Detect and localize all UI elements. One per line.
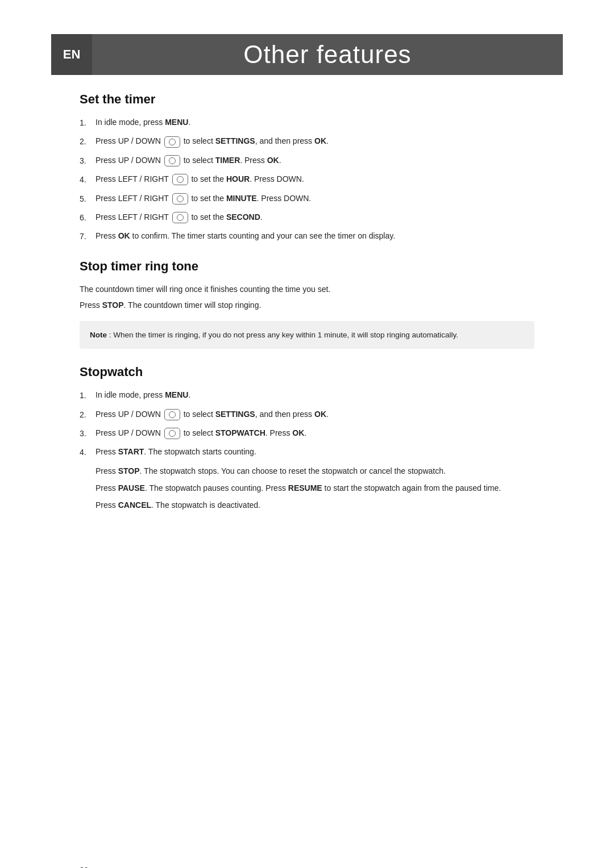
step-content: Press START. The stopwatch starts counti…: [96, 445, 534, 458]
set-timer-step-2: 2. Press UP / DOWN to select SETTINGS, a…: [80, 135, 534, 148]
nav-button-icon: [172, 174, 188, 185]
step-num: 7.: [80, 229, 96, 243]
page-title: Other features: [243, 40, 411, 69]
step-content: Press LEFT / RIGHT to set the SECOND.: [96, 211, 534, 223]
step-num: 3.: [80, 154, 96, 167]
nav-button-icon: [172, 193, 188, 205]
note-box: Note : When the timer is ringing, if you…: [80, 321, 534, 349]
page: EN Other features Set the timer 1. In id…: [0, 34, 614, 868]
step-num: 6.: [80, 211, 96, 224]
stopwatch-step-3: 3. Press UP / DOWN to select STOPWATCH. …: [80, 427, 534, 440]
step-content: Press OK to confirm. The timer starts co…: [96, 229, 534, 242]
set-timer-step-3: 3. Press UP / DOWN to select TIMER. Pres…: [80, 154, 534, 167]
stopwatch-cancel-para: Press CANCEL. The stopwatch is deactivat…: [96, 499, 534, 511]
nav-button-icon: [164, 136, 180, 148]
step-num: 1.: [80, 116, 96, 129]
step-content: Press UP / DOWN to select STOPWATCH. Pre…: [96, 427, 534, 439]
step-num: 2.: [80, 408, 96, 421]
set-timer-step-1: 1. In idle mode, press MENU.: [80, 116, 534, 129]
stop-timer-heading: Stop timer ring tone: [80, 259, 534, 274]
step-content: Press LEFT / RIGHT to set the HOUR. Pres…: [96, 173, 534, 185]
content: Set the timer 1. In idle mode, press MEN…: [80, 92, 534, 512]
stopwatch-pause-para: Press PAUSE. The stopwatch pauses counti…: [96, 482, 534, 494]
set-timer-steps: 1. In idle mode, press MENU. 2. Press UP…: [80, 116, 534, 243]
nav-button-icon: [164, 428, 180, 439]
set-timer-step-7: 7. Press OK to confirm. The timer starts…: [80, 229, 534, 243]
step-content: Press UP / DOWN to select SETTINGS, and …: [96, 135, 534, 147]
header-banner: EN Other features: [51, 34, 563, 75]
stop-timer-para1: The countdown timer will ring once it fi…: [80, 283, 534, 295]
header-title-box: Other features: [92, 34, 563, 75]
stop-timer-para2: Press STOP. The countdown timer will sto…: [80, 299, 534, 311]
set-timer-step-6: 6. Press LEFT / RIGHT to set the SECOND.: [80, 211, 534, 224]
step-num: 5.: [80, 192, 96, 205]
step-content: Press LEFT / RIGHT to set the MINUTE. Pr…: [96, 192, 534, 205]
set-timer-step-4: 4. Press LEFT / RIGHT to set the HOUR. P…: [80, 173, 534, 186]
step-num: 3.: [80, 427, 96, 440]
stopwatch-step-1: 1. In idle mode, press MENU.: [80, 389, 534, 402]
stopwatch-steps: 1. In idle mode, press MENU. 2. Press UP…: [80, 389, 534, 459]
step-content: Press UP / DOWN to select TIMER. Press O…: [96, 154, 534, 166]
stopwatch-heading: Stopwatch: [80, 365, 534, 379]
stopwatch-stop-para: Press STOP. The stopwatch stops. You can…: [96, 465, 534, 477]
set-timer-heading: Set the timer: [80, 92, 534, 107]
nav-button-icon: [164, 155, 180, 166]
step-num: 4.: [80, 173, 96, 186]
page-number: 30: [80, 866, 89, 868]
step-content: In idle mode, press MENU.: [96, 389, 534, 401]
step-content: In idle mode, press MENU.: [96, 116, 534, 128]
step-content: Press UP / DOWN to select SETTINGS, and …: [96, 408, 534, 420]
nav-button-icon: [172, 212, 188, 223]
step-num: 1.: [80, 389, 96, 402]
stopwatch-step-4: 4. Press START. The stopwatch starts cou…: [80, 445, 534, 458]
en-badge: EN: [51, 34, 92, 75]
step-num: 4.: [80, 445, 96, 458]
stopwatch-step-2: 2. Press UP / DOWN to select SETTINGS, a…: [80, 408, 534, 421]
set-timer-step-5: 5. Press LEFT / RIGHT to set the MINUTE.…: [80, 192, 534, 205]
note-label: Note : When the timer is ringing, if you…: [90, 331, 458, 339]
step-num: 2.: [80, 135, 96, 148]
nav-button-icon: [164, 409, 180, 420]
